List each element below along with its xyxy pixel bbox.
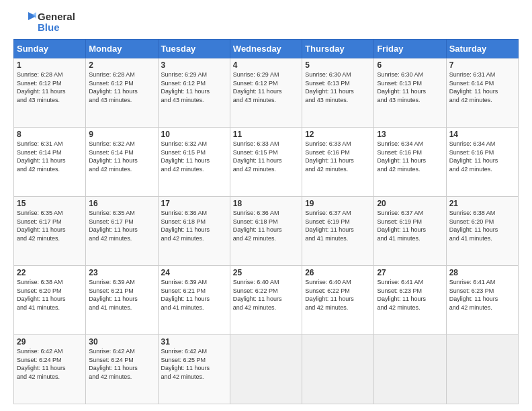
day-info: Sunrise: 6:42 AM Sunset: 6:24 PM Dayligh… (89, 347, 154, 381)
day-number: 22 (17, 268, 83, 277)
day-number: 8 (17, 130, 83, 139)
logo-line1: General (38, 11, 75, 23)
calendar-day-cell: 29Sunrise: 6:42 AM Sunset: 6:24 PM Dayli… (14, 335, 86, 404)
day-info: Sunrise: 6:36 AM Sunset: 6:18 PM Dayligh… (161, 209, 227, 242)
calendar-day-cell: 4Sunrise: 6:29 AM Sunset: 6:12 PM Daylig… (230, 58, 302, 128)
day-number: 15 (17, 199, 83, 208)
weekday-header-sunday: Sunday (14, 40, 86, 58)
calendar-day-cell: 26Sunrise: 6:40 AM Sunset: 6:22 PM Dayli… (302, 266, 374, 335)
weekday-header-friday: Friday (374, 40, 446, 58)
day-info: Sunrise: 6:40 AM Sunset: 6:22 PM Dayligh… (305, 278, 371, 312)
calendar-day-cell: 14Sunrise: 6:34 AM Sunset: 6:16 PM Dayli… (446, 128, 518, 197)
day-number: 7 (449, 60, 515, 70)
day-info: Sunrise: 6:35 AM Sunset: 6:17 PM Dayligh… (17, 209, 83, 242)
day-number: 18 (233, 199, 299, 208)
calendar-header-row: SundayMondayTuesdayWednesdayThursdayFrid… (14, 40, 519, 58)
weekday-header-monday: Monday (86, 40, 158, 58)
day-number: 21 (449, 199, 515, 208)
calendar-day-cell (374, 335, 446, 404)
day-info: Sunrise: 6:28 AM Sunset: 6:12 PM Dayligh… (89, 71, 154, 104)
calendar-day-cell: 22Sunrise: 6:38 AM Sunset: 6:20 PM Dayli… (14, 266, 86, 335)
calendar-week-row: 1Sunrise: 6:28 AM Sunset: 6:12 PM Daylig… (14, 58, 519, 128)
day-number: 2 (89, 60, 154, 70)
day-number: 5 (305, 60, 371, 70)
calendar-day-cell: 5Sunrise: 6:30 AM Sunset: 6:13 PM Daylig… (302, 58, 374, 128)
calendar-day-cell (302, 335, 374, 404)
day-info: Sunrise: 6:31 AM Sunset: 6:14 PM Dayligh… (17, 140, 83, 173)
day-number: 17 (161, 199, 227, 208)
calendar-day-cell: 2Sunrise: 6:28 AM Sunset: 6:12 PM Daylig… (86, 58, 158, 128)
day-info: Sunrise: 6:41 AM Sunset: 6:23 PM Dayligh… (377, 278, 443, 312)
day-info: Sunrise: 6:32 AM Sunset: 6:14 PM Dayligh… (89, 140, 154, 173)
calendar-day-cell: 13Sunrise: 6:34 AM Sunset: 6:16 PM Dayli… (374, 128, 446, 197)
calendar-day-cell: 31Sunrise: 6:42 AM Sunset: 6:25 PM Dayli… (158, 335, 230, 404)
day-number: 30 (89, 337, 154, 347)
calendar-day-cell: 7Sunrise: 6:31 AM Sunset: 6:14 PM Daylig… (446, 58, 518, 128)
day-number: 4 (233, 60, 299, 70)
day-number: 29 (17, 337, 83, 347)
day-number: 28 (449, 268, 515, 277)
weekday-header-wednesday: Wednesday (230, 40, 302, 58)
day-info: Sunrise: 6:30 AM Sunset: 6:13 PM Dayligh… (305, 71, 371, 104)
calendar-day-cell: 19Sunrise: 6:37 AM Sunset: 6:19 PM Dayli… (302, 197, 374, 266)
calendar-day-cell: 18Sunrise: 6:36 AM Sunset: 6:18 PM Dayli… (230, 197, 302, 266)
day-info: Sunrise: 6:35 AM Sunset: 6:17 PM Dayligh… (89, 209, 154, 242)
day-number: 19 (305, 199, 371, 208)
day-info: Sunrise: 6:31 AM Sunset: 6:14 PM Dayligh… (449, 71, 515, 104)
day-info: Sunrise: 6:39 AM Sunset: 6:21 PM Dayligh… (161, 278, 227, 312)
day-info: Sunrise: 6:29 AM Sunset: 6:12 PM Dayligh… (233, 71, 299, 104)
day-info: Sunrise: 6:41 AM Sunset: 6:23 PM Dayligh… (449, 278, 515, 312)
day-number: 11 (233, 130, 299, 139)
calendar-day-cell: 25Sunrise: 6:40 AM Sunset: 6:22 PM Dayli… (230, 266, 302, 335)
logo-line2: Blue (38, 22, 75, 34)
calendar-day-cell: 11Sunrise: 6:33 AM Sunset: 6:15 PM Dayli… (230, 128, 302, 197)
calendar-day-cell: 10Sunrise: 6:32 AM Sunset: 6:15 PM Dayli… (158, 128, 230, 197)
day-info: Sunrise: 6:38 AM Sunset: 6:20 PM Dayligh… (17, 278, 83, 312)
calendar-week-row: 8Sunrise: 6:31 AM Sunset: 6:14 PM Daylig… (14, 128, 519, 197)
day-info: Sunrise: 6:33 AM Sunset: 6:16 PM Dayligh… (305, 140, 371, 173)
day-info: Sunrise: 6:42 AM Sunset: 6:24 PM Dayligh… (17, 347, 83, 381)
day-info: Sunrise: 6:40 AM Sunset: 6:22 PM Dayligh… (233, 278, 299, 312)
calendar-day-cell: 21Sunrise: 6:38 AM Sunset: 6:20 PM Dayli… (446, 197, 518, 266)
weekday-header-saturday: Saturday (446, 40, 518, 58)
day-number: 20 (377, 199, 443, 208)
day-number: 26 (305, 268, 371, 277)
day-info: Sunrise: 6:37 AM Sunset: 6:19 PM Dayligh… (305, 209, 371, 242)
day-info: Sunrise: 6:33 AM Sunset: 6:15 PM Dayligh… (233, 140, 299, 173)
page-header: General Blue (13, 11, 519, 34)
day-number: 24 (161, 268, 227, 277)
day-number: 9 (89, 130, 154, 139)
day-number: 14 (449, 130, 515, 139)
calendar-day-cell: 6Sunrise: 6:30 AM Sunset: 6:13 PM Daylig… (374, 58, 446, 128)
day-info: Sunrise: 6:28 AM Sunset: 6:12 PM Dayligh… (17, 71, 83, 104)
day-number: 23 (89, 268, 154, 277)
calendar-week-row: 29Sunrise: 6:42 AM Sunset: 6:24 PM Dayli… (14, 335, 519, 404)
day-info: Sunrise: 6:36 AM Sunset: 6:18 PM Dayligh… (233, 209, 299, 242)
logo: General Blue (13, 11, 75, 34)
calendar-day-cell: 15Sunrise: 6:35 AM Sunset: 6:17 PM Dayli… (14, 197, 86, 266)
weekday-header-tuesday: Tuesday (158, 40, 230, 58)
day-info: Sunrise: 6:32 AM Sunset: 6:15 PM Dayligh… (161, 140, 227, 173)
day-info: Sunrise: 6:42 AM Sunset: 6:25 PM Dayligh… (161, 347, 227, 381)
day-number: 10 (161, 130, 227, 139)
calendar-week-row: 15Sunrise: 6:35 AM Sunset: 6:17 PM Dayli… (14, 197, 519, 266)
calendar-day-cell: 9Sunrise: 6:32 AM Sunset: 6:14 PM Daylig… (86, 128, 158, 197)
calendar-day-cell: 8Sunrise: 6:31 AM Sunset: 6:14 PM Daylig… (14, 128, 86, 197)
logo-bird-icon (13, 11, 36, 34)
calendar-day-cell: 20Sunrise: 6:37 AM Sunset: 6:19 PM Dayli… (374, 197, 446, 266)
day-info: Sunrise: 6:34 AM Sunset: 6:16 PM Dayligh… (377, 140, 443, 173)
calendar-day-cell: 1Sunrise: 6:28 AM Sunset: 6:12 PM Daylig… (14, 58, 86, 128)
day-number: 27 (377, 268, 443, 277)
calendar-day-cell (446, 335, 518, 404)
calendar-day-cell: 17Sunrise: 6:36 AM Sunset: 6:18 PM Dayli… (158, 197, 230, 266)
calendar-day-cell: 30Sunrise: 6:42 AM Sunset: 6:24 PM Dayli… (86, 335, 158, 404)
weekday-header-thursday: Thursday (302, 40, 374, 58)
day-number: 12 (305, 130, 371, 139)
day-number: 31 (161, 337, 227, 347)
day-number: 16 (89, 199, 154, 208)
calendar-day-cell: 24Sunrise: 6:39 AM Sunset: 6:21 PM Dayli… (158, 266, 230, 335)
day-number: 3 (161, 60, 227, 70)
day-info: Sunrise: 6:39 AM Sunset: 6:21 PM Dayligh… (89, 278, 154, 312)
calendar-table: SundayMondayTuesdayWednesdayThursdayFrid… (13, 39, 519, 404)
day-info: Sunrise: 6:29 AM Sunset: 6:12 PM Dayligh… (161, 71, 227, 104)
